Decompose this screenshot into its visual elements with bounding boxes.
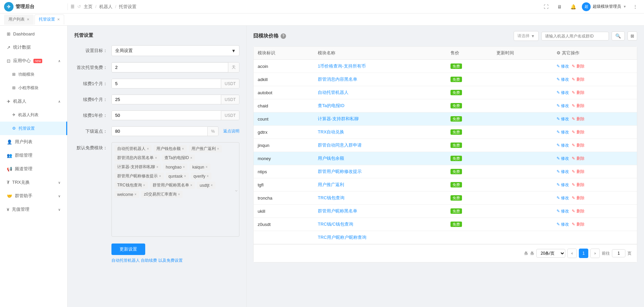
sidebar-item-channel-manage[interactable]: 📢 频道管理: [0, 162, 67, 176]
monitor-icon[interactable]: 🖥: [555, 2, 564, 11]
tag-money-close[interactable]: ×: [182, 147, 184, 151]
edit-link[interactable]: ✎ 修改: [557, 63, 569, 69]
delete-link[interactable]: ✎ 删除: [572, 143, 584, 148]
cell-name-link[interactable]: TRC钱/C钱包查询: [318, 222, 353, 227]
delete-link[interactable]: ✎ 删除: [572, 208, 584, 214]
edit-link[interactable]: ✎ 修改: [557, 208, 569, 214]
search-input[interactable]: [541, 32, 609, 41]
tag-z0exchange-close[interactable]: ×: [178, 193, 180, 196]
tab-user-list[interactable]: 用户列表 ✕: [4, 15, 34, 25]
filter-select[interactable]: 请选择 ▼: [514, 31, 539, 41]
delete-link[interactable]: ✎ 删除: [572, 77, 584, 82]
delete-link[interactable]: ✎ 删除: [572, 195, 584, 201]
edit-link[interactable]: ✎ 修改: [557, 116, 569, 122]
nav-robot[interactable]: 机器人: [99, 4, 112, 10]
sidebar-item-dashboard[interactable]: ⊞ Dashboard: [0, 27, 67, 41]
nav-managed[interactable]: 托管设置: [119, 4, 136, 10]
cell-name-link[interactable]: 群管用户昵称修改提示: [318, 169, 362, 174]
cell-name-link[interactable]: 群管消息内容黑名单: [318, 77, 357, 82]
delete-link[interactable]: ✎ 删除: [572, 116, 584, 122]
tag-trc-wallet-close[interactable]: ×: [143, 183, 145, 187]
tag-ukill-close[interactable]: ×: [190, 183, 192, 187]
more-icon[interactable]: ⋮: [630, 2, 640, 11]
prev-page-button[interactable]: ‹: [567, 249, 577, 258]
delete-link[interactable]: ✎ 删除: [572, 222, 584, 227]
sidebar-item-mini-module[interactable]: ⊞ 小程序模块: [0, 81, 67, 95]
cell-name-link[interactable]: 群管用户昵称黑名单: [318, 208, 357, 213]
tag-quntask-close[interactable]: ×: [184, 174, 186, 178]
delete-link[interactable]: ✎ 删除: [572, 182, 584, 188]
edit-link[interactable]: ✎ 修改: [557, 129, 569, 135]
renew-1y-input[interactable]: [112, 111, 221, 120]
delete-link[interactable]: ✎ 删除: [572, 156, 584, 161]
cell-name-link[interactable]: 1币价格查询-支持所有币: [318, 63, 366, 69]
delete-link[interactable]: ✎ 删除: [572, 90, 584, 96]
edit-link[interactable]: ✎ 修改: [557, 169, 569, 175]
first-free-input[interactable]: [112, 63, 228, 72]
sidebar-item-func-module[interactable]: ⊞ 功能模块: [0, 68, 67, 81]
edit-link[interactable]: ✎ 修改: [557, 156, 569, 161]
tab-managed[interactable]: 托管设置 ✕: [34, 15, 64, 25]
edit-link[interactable]: ✎ 修改: [557, 222, 569, 227]
sidebar-item-user-list[interactable]: 👤 用户列表: [0, 135, 67, 149]
delete-link[interactable]: ✎ 删除: [572, 63, 584, 69]
tag-count-close[interactable]: ×: [156, 165, 158, 169]
edit-link[interactable]: ✎ 修改: [557, 77, 569, 82]
hint-link[interactable]: 自助续费: [141, 258, 157, 263]
cell-name-link[interactable]: 用户钱包余额: [318, 156, 344, 161]
nav-main[interactable]: 主页: [84, 4, 93, 10]
tag-ntips-close[interactable]: ×: [159, 174, 161, 178]
goto-input[interactable]: [612, 249, 625, 257]
sidebar-item-group-helper[interactable]: 🤝 群管助手 ∨: [0, 189, 67, 203]
rebate-link[interactable]: 返点说明: [223, 128, 239, 134]
cell-name-link[interactable]: 计算器-支持群和私聊: [318, 116, 359, 121]
edit-link[interactable]: ✎ 修改: [557, 90, 569, 96]
target-select[interactable]: 全局设置 ▼: [111, 45, 239, 56]
tag-autobot-close[interactable]: ×: [147, 147, 149, 151]
bell-icon[interactable]: 🔔: [568, 2, 578, 11]
page-size-select[interactable]: 20条/页 50条/页 100条/页: [536, 249, 565, 258]
sidebar-item-managed[interactable]: ⚙ 托管设置: [0, 122, 67, 135]
cell-name-link[interactable]: 群管自动同意入群申请: [318, 143, 362, 148]
tag-usdtjt-close[interactable]: ×: [211, 183, 213, 187]
search-button[interactable]: 🔍: [612, 31, 625, 41]
tab-managed-close[interactable]: ✕: [57, 18, 60, 21]
sidebar-item-trx-exchange[interactable]: ₮ TRX兑换 ∨: [0, 176, 67, 189]
tab-user-list-close[interactable]: ✕: [27, 18, 29, 21]
sidebar-item-stats[interactable]: ↗ 统计数据: [0, 41, 67, 54]
sidebar-item-robot-list[interactable]: ✈ 机器人列表: [0, 108, 67, 122]
tag-chaid-close[interactable]: ×: [190, 156, 192, 160]
renew-1m-input[interactable]: [112, 79, 221, 88]
help-icon[interactable]: ?: [281, 33, 286, 39]
delete-link[interactable]: ✎ 删除: [572, 129, 584, 135]
edit-link[interactable]: ✎ 修改: [557, 195, 569, 201]
edit-link[interactable]: ✎ 修改: [557, 143, 569, 148]
tag-hongbao-close[interactable]: ×: [183, 165, 185, 169]
edit-link[interactable]: ✎ 修改: [557, 103, 569, 109]
cell-name-link[interactable]: 用户推广返利: [318, 182, 344, 187]
cell-name-link[interactable]: 查Ta的电报ID: [318, 103, 344, 108]
fullscreen-icon[interactable]: ⛶: [541, 2, 551, 11]
cell-name-link[interactable]: TRX自动兑换: [318, 129, 344, 134]
renew-6m-input[interactable]: [112, 95, 221, 104]
cell-name-link[interactable]: TRC用户昵称户昵称查询: [318, 235, 366, 240]
next-page-button[interactable]: ›: [590, 249, 600, 258]
cell-name-link[interactable]: 自动托管机器人: [318, 90, 349, 95]
delete-link[interactable]: ✎ 删除: [572, 103, 584, 109]
sidebar-item-robot[interactable]: ✈ 机器人 ∧: [0, 95, 67, 108]
tag-qverify-close[interactable]: ×: [207, 174, 209, 178]
rebate-input[interactable]: [112, 127, 207, 136]
tag-promo-close[interactable]: ×: [217, 147, 219, 151]
edit-link[interactable]: ✎ 修改: [557, 182, 569, 188]
user-menu[interactable]: 超 超级模块管理员 ▼: [582, 2, 626, 11]
delete-link[interactable]: ✎ 删除: [572, 169, 584, 175]
sidebar-item-recharge[interactable]: ¥ 充值管理 ∨: [0, 203, 67, 216]
sidebar-item-app-center[interactable]: ⊡ 应用中心 new ∧: [0, 54, 67, 68]
sidebar-item-group-manage[interactable]: 👥 群组管理: [0, 149, 67, 162]
page-1-button[interactable]: 1: [579, 249, 588, 258]
reset-button[interactable]: ⊠: [627, 31, 637, 41]
tag-adkill-close[interactable]: ×: [155, 156, 157, 160]
cell-name-link[interactable]: TRC钱包查询: [318, 195, 344, 200]
tag-welcome-close[interactable]: ×: [134, 193, 136, 196]
update-settings-button[interactable]: 更新设置: [111, 244, 145, 255]
